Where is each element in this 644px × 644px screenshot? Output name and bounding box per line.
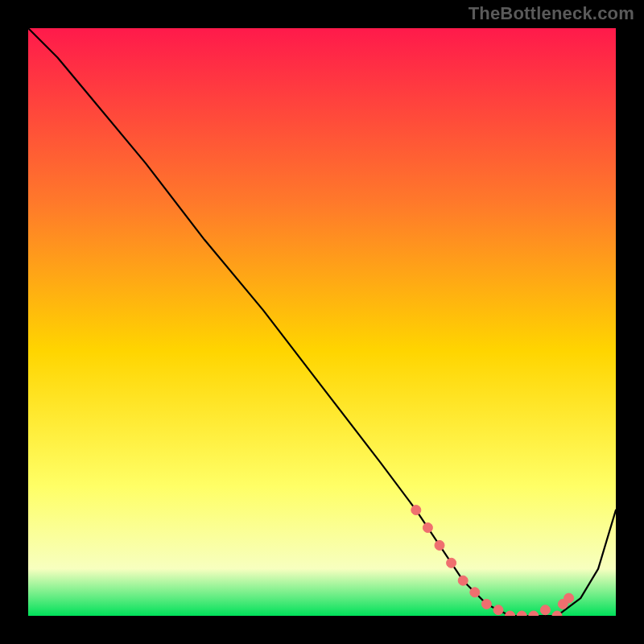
- highlight-point: [470, 588, 480, 597]
- highlight-point: [458, 576, 468, 585]
- highlight-point: [447, 558, 456, 568]
- plot-area: [28, 28, 616, 616]
- highlight-point: [481, 599, 491, 609]
- highlight-point: [411, 506, 421, 515]
- highlight-point: [540, 605, 550, 615]
- plot-svg: [28, 28, 616, 616]
- highlight-point: [493, 605, 503, 615]
- watermark-text: TheBottleneck.com: [469, 3, 634, 24]
- highlight-point: [435, 540, 444, 550]
- highlight-point: [423, 523, 432, 533]
- chart-frame: TheBottleneck.com: [0, 0, 644, 644]
- gradient-background: [28, 28, 616, 616]
- highlight-point: [564, 593, 574, 603]
